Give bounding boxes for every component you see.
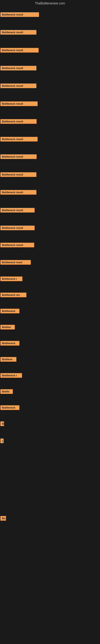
bottleneck-item: Bottleneck result [0, 66, 36, 70]
bottleneck-item: Bottleneck result [0, 137, 38, 142]
bottleneck-item: Bottlene [0, 357, 16, 362]
site-title: TheBottlenecker.com [0, 0, 100, 7]
bottleneck-item: Bottleneck result [0, 154, 37, 159]
bottleneck-item: Bottleneck [0, 341, 19, 346]
bottleneck-item: Bottleneck result [0, 30, 36, 34]
bottleneck-item: Bottleneck result [0, 226, 35, 230]
bottleneck-item: Bottleneck result [0, 172, 36, 177]
bottleneck-item: Bottlen [0, 325, 15, 330]
bottleneck-item: Bottleneck result [0, 84, 36, 88]
bottleneck-item: Bottleneck result [0, 102, 38, 106]
bottleneck-item: Bottleneck resul [0, 260, 31, 265]
bottleneck-item: Bottleneck result [0, 190, 36, 194]
bottleneck-item: Bottleneck res [0, 292, 26, 297]
bottleneck-item: Bottleneck r [0, 373, 22, 378]
bottleneck-item: Bottle [0, 389, 13, 394]
bottleneck-item: B [0, 422, 4, 426]
bottleneck-item: Bottleneck [0, 309, 19, 313]
bottleneck-item: Bo [0, 516, 6, 521]
bottleneck-item: | [0, 438, 3, 443]
bottleneck-item: Bottleneck result [0, 243, 34, 247]
bottleneck-item: Bottleneck result [0, 208, 35, 212]
bottleneck-item: Bottleneck result [0, 48, 39, 52]
bottleneck-item: Bottleneck [0, 405, 19, 410]
page-wrapper: TheBottlenecker.com Bottleneck resultBot… [0, 0, 100, 644]
bottleneck-item: Bottleneck result [0, 119, 37, 124]
bottleneck-item: Bottleneck result [0, 12, 39, 17]
bottleneck-item: Bottleneck r [0, 276, 22, 281]
